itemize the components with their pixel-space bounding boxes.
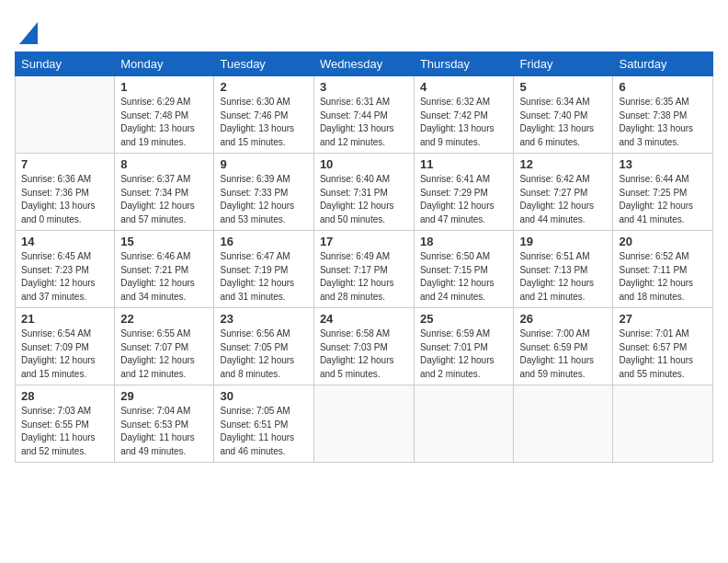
day-info: Sunrise: 6:41 AM Sunset: 7:29 PM Dayligh… xyxy=(420,173,508,226)
day-info: Sunrise: 6:31 AM Sunset: 7:44 PM Dayligh… xyxy=(320,96,408,149)
calendar-cell: 9Sunrise: 6:39 AM Sunset: 7:33 PM Daylig… xyxy=(214,154,313,231)
day-number: 22 xyxy=(120,312,208,326)
day-number: 4 xyxy=(420,80,508,94)
day-info: Sunrise: 6:39 AM Sunset: 7:33 PM Dayligh… xyxy=(220,173,307,226)
header-friday: Friday xyxy=(514,52,613,76)
header-wednesday: Wednesday xyxy=(313,52,414,76)
day-info: Sunrise: 7:03 AM Sunset: 6:55 PM Dayligh… xyxy=(21,405,108,458)
day-number: 27 xyxy=(619,312,707,326)
calendar-cell: 30Sunrise: 7:05 AM Sunset: 6:51 PM Dayli… xyxy=(214,385,313,463)
day-info: Sunrise: 6:34 AM Sunset: 7:40 PM Dayligh… xyxy=(519,96,607,149)
day-info: Sunrise: 6:51 AM Sunset: 7:13 PM Dayligh… xyxy=(519,250,607,304)
calendar-cell: 24Sunrise: 6:58 AM Sunset: 7:03 PM Dayli… xyxy=(313,308,414,385)
day-number: 29 xyxy=(120,389,208,403)
day-info: Sunrise: 7:05 AM Sunset: 6:51 PM Dayligh… xyxy=(220,405,307,458)
calendar-cell: 15Sunrise: 6:46 AM Sunset: 7:21 PM Dayli… xyxy=(115,231,214,308)
calendar-cell: 21Sunrise: 6:54 AM Sunset: 7:09 PM Dayli… xyxy=(16,308,115,385)
day-info: Sunrise: 6:54 AM Sunset: 7:09 PM Dayligh… xyxy=(21,327,108,381)
logo xyxy=(15,15,38,44)
calendar-cell: 10Sunrise: 6:40 AM Sunset: 7:31 PM Dayli… xyxy=(313,154,414,231)
day-info: Sunrise: 6:29 AM Sunset: 7:48 PM Dayligh… xyxy=(120,96,208,149)
calendar-cell: 6Sunrise: 6:35 AM Sunset: 7:38 PM Daylig… xyxy=(613,76,713,154)
day-number: 21 xyxy=(21,312,108,326)
day-number: 13 xyxy=(619,157,707,171)
day-info: Sunrise: 6:36 AM Sunset: 7:36 PM Dayligh… xyxy=(21,173,108,226)
calendar-cell: 11Sunrise: 6:41 AM Sunset: 7:29 PM Dayli… xyxy=(414,154,514,231)
calendar-cell xyxy=(16,76,115,154)
calendar-cell: 5Sunrise: 6:34 AM Sunset: 7:40 PM Daylig… xyxy=(514,76,613,154)
day-number: 15 xyxy=(120,235,208,248)
day-number: 14 xyxy=(21,235,108,248)
calendar-cell: 26Sunrise: 7:00 AM Sunset: 6:59 PM Dayli… xyxy=(514,308,613,385)
day-info: Sunrise: 6:44 AM Sunset: 7:25 PM Dayligh… xyxy=(619,173,707,226)
day-number: 6 xyxy=(619,80,707,94)
day-info: Sunrise: 6:58 AM Sunset: 7:03 PM Dayligh… xyxy=(320,327,408,381)
day-info: Sunrise: 6:45 AM Sunset: 7:23 PM Dayligh… xyxy=(21,250,108,304)
day-number: 12 xyxy=(519,157,607,171)
day-number: 10 xyxy=(320,157,408,171)
calendar-cell: 29Sunrise: 7:04 AM Sunset: 6:53 PM Dayli… xyxy=(115,385,214,463)
day-number: 11 xyxy=(420,157,508,171)
day-number: 20 xyxy=(619,235,707,248)
day-info: Sunrise: 6:50 AM Sunset: 7:15 PM Dayligh… xyxy=(420,250,508,304)
calendar-cell: 2Sunrise: 6:30 AM Sunset: 7:46 PM Daylig… xyxy=(214,76,313,154)
calendar-header-row: SundayMondayTuesdayWednesdayThursdayFrid… xyxy=(16,52,713,76)
calendar-cell: 25Sunrise: 6:59 AM Sunset: 7:01 PM Dayli… xyxy=(414,308,514,385)
day-number: 18 xyxy=(420,235,508,248)
calendar-cell: 17Sunrise: 6:49 AM Sunset: 7:17 PM Dayli… xyxy=(313,231,414,308)
day-number: 9 xyxy=(220,157,307,171)
day-number: 24 xyxy=(320,312,408,326)
calendar-week-row: 21Sunrise: 6:54 AM Sunset: 7:09 PM Dayli… xyxy=(16,308,713,385)
calendar-cell: 14Sunrise: 6:45 AM Sunset: 7:23 PM Dayli… xyxy=(16,231,115,308)
day-number: 1 xyxy=(120,80,208,94)
calendar-cell: 19Sunrise: 6:51 AM Sunset: 7:13 PM Dayli… xyxy=(514,231,613,308)
calendar-cell: 18Sunrise: 6:50 AM Sunset: 7:15 PM Dayli… xyxy=(414,231,514,308)
day-number: 16 xyxy=(220,235,307,248)
calendar-week-row: 1Sunrise: 6:29 AM Sunset: 7:48 PM Daylig… xyxy=(16,76,713,154)
day-number: 5 xyxy=(519,80,607,94)
day-number: 7 xyxy=(21,157,108,171)
day-info: Sunrise: 6:32 AM Sunset: 7:42 PM Dayligh… xyxy=(420,96,508,149)
day-info: Sunrise: 6:52 AM Sunset: 7:11 PM Dayligh… xyxy=(619,250,707,304)
calendar-cell: 8Sunrise: 6:37 AM Sunset: 7:34 PM Daylig… xyxy=(115,154,214,231)
day-info: Sunrise: 6:37 AM Sunset: 7:34 PM Dayligh… xyxy=(120,173,208,226)
day-number: 28 xyxy=(21,389,108,403)
header-tuesday: Tuesday xyxy=(214,52,313,76)
calendar-cell: 1Sunrise: 6:29 AM Sunset: 7:48 PM Daylig… xyxy=(115,76,214,154)
calendar-cell: 7Sunrise: 6:36 AM Sunset: 7:36 PM Daylig… xyxy=(16,154,115,231)
day-info: Sunrise: 7:01 AM Sunset: 6:57 PM Dayligh… xyxy=(619,327,707,381)
day-info: Sunrise: 6:46 AM Sunset: 7:21 PM Dayligh… xyxy=(120,250,208,304)
header-sunday: Sunday xyxy=(16,52,115,76)
day-info: Sunrise: 6:56 AM Sunset: 7:05 PM Dayligh… xyxy=(220,327,307,381)
header-thursday: Thursday xyxy=(414,52,514,76)
day-info: Sunrise: 7:00 AM Sunset: 6:59 PM Dayligh… xyxy=(519,327,607,381)
day-info: Sunrise: 6:49 AM Sunset: 7:17 PM Dayligh… xyxy=(320,250,408,304)
day-info: Sunrise: 6:42 AM Sunset: 7:27 PM Dayligh… xyxy=(519,173,607,226)
day-info: Sunrise: 6:59 AM Sunset: 7:01 PM Dayligh… xyxy=(420,327,508,381)
day-number: 25 xyxy=(420,312,508,326)
day-info: Sunrise: 6:30 AM Sunset: 7:46 PM Dayligh… xyxy=(220,96,307,149)
day-number: 30 xyxy=(220,389,307,403)
calendar-cell: 12Sunrise: 6:42 AM Sunset: 7:27 PM Dayli… xyxy=(514,154,613,231)
day-info: Sunrise: 6:35 AM Sunset: 7:38 PM Dayligh… xyxy=(619,96,707,149)
svg-marker-0 xyxy=(19,22,38,44)
logo-icon xyxy=(17,18,38,44)
day-info: Sunrise: 6:40 AM Sunset: 7:31 PM Dayligh… xyxy=(320,173,408,226)
header-saturday: Saturday xyxy=(613,52,713,76)
calendar-week-row: 14Sunrise: 6:45 AM Sunset: 7:23 PM Dayli… xyxy=(16,231,713,308)
calendar-cell xyxy=(613,385,713,463)
day-number: 26 xyxy=(519,312,607,326)
calendar-cell xyxy=(514,385,613,463)
calendar-week-row: 28Sunrise: 7:03 AM Sunset: 6:55 PM Dayli… xyxy=(16,385,713,463)
day-number: 8 xyxy=(120,157,208,171)
calendar-cell: 22Sunrise: 6:55 AM Sunset: 7:07 PM Dayli… xyxy=(115,308,214,385)
day-number: 17 xyxy=(320,235,408,248)
header-monday: Monday xyxy=(115,52,214,76)
calendar-cell: 3Sunrise: 6:31 AM Sunset: 7:44 PM Daylig… xyxy=(313,76,414,154)
calendar-cell xyxy=(313,385,414,463)
calendar-cell: 28Sunrise: 7:03 AM Sunset: 6:55 PM Dayli… xyxy=(16,385,115,463)
day-number: 2 xyxy=(220,80,307,94)
day-number: 19 xyxy=(519,235,607,248)
calendar-week-row: 7Sunrise: 6:36 AM Sunset: 7:36 PM Daylig… xyxy=(16,154,713,231)
header xyxy=(15,15,713,44)
